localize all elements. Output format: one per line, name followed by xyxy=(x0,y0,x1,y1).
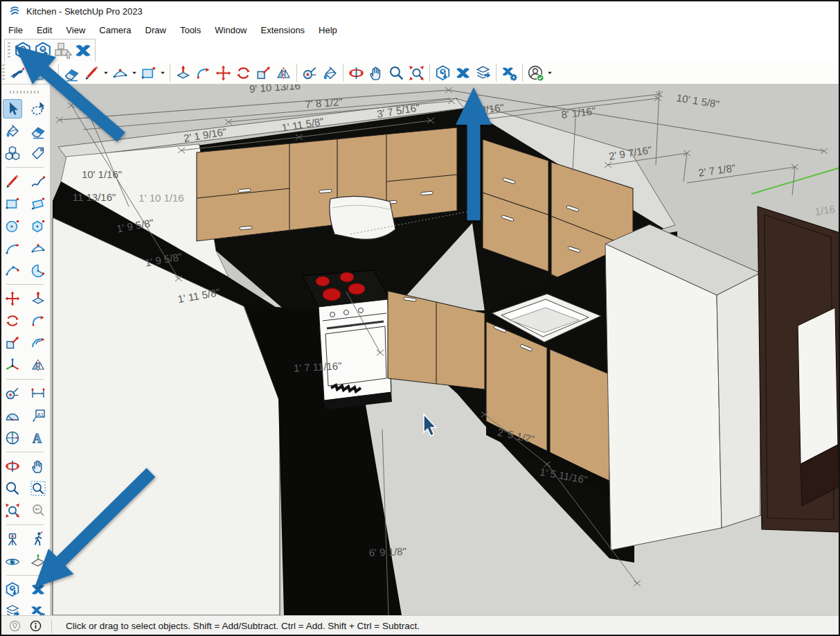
look-around-button[interactable] xyxy=(3,551,22,571)
toolbar-separator xyxy=(496,64,497,82)
select-tool-button[interactable] xyxy=(3,99,22,118)
open-trimble-connect-button[interactable] xyxy=(12,41,33,61)
toolbar-grip[interactable] xyxy=(2,64,5,81)
follow-me-button[interactable] xyxy=(193,63,213,83)
publish-component-button[interactable] xyxy=(53,41,73,61)
trimble-connect-settings-button[interactable] xyxy=(499,63,519,83)
chevron-down-icon[interactable] xyxy=(159,63,167,83)
viewport-3d[interactable]: 9' 10 13/16" 7' 8 1/2" 3' 7 5/16" 1' 11 … xyxy=(51,85,839,615)
menu-view[interactable]: View xyxy=(59,24,92,37)
open-trimble-connect-button[interactable] xyxy=(3,580,22,599)
position-camera-button[interactable] xyxy=(3,529,22,549)
zoom-window-button[interactable] xyxy=(28,479,48,498)
flip-button[interactable] xyxy=(28,355,48,375)
orbit-button[interactable] xyxy=(3,457,22,476)
zoom-button[interactable] xyxy=(386,63,406,83)
arc-tool-button[interactable] xyxy=(3,238,22,258)
toolbar-grip[interactable] xyxy=(8,42,10,59)
push-pull-button[interactable] xyxy=(28,289,48,308)
extension-tool-button[interactable] xyxy=(7,63,27,83)
zoom-previous-button[interactable] xyxy=(28,501,48,520)
status-bar: Click or drag to select objects. Shift =… xyxy=(0,615,840,636)
zoom-button[interactable] xyxy=(3,479,22,498)
freehand-tool-button[interactable] xyxy=(28,172,48,191)
orbit-button[interactable] xyxy=(346,63,366,83)
toolbar-separator xyxy=(296,64,297,82)
tape-measure-button[interactable] xyxy=(300,63,320,83)
rotate-button[interactable] xyxy=(233,63,253,83)
open-trimble-connect-button[interactable] xyxy=(433,63,453,83)
toolbar-grip[interactable] xyxy=(10,91,40,94)
trimble-connect-button[interactable] xyxy=(73,41,93,61)
publish-collaboration-button[interactable] xyxy=(473,63,493,83)
two-point-arc-button[interactable] xyxy=(28,238,48,258)
menu-draw[interactable]: Draw xyxy=(138,24,173,37)
palette-separator xyxy=(6,575,44,576)
rectangle-tool-button[interactable] xyxy=(3,194,22,213)
menu-bar: File Edit View Camera Draw Tools Window … xyxy=(0,22,840,38)
lasso-tool-button[interactable] xyxy=(28,99,48,118)
axes-tool-button[interactable] xyxy=(3,428,22,448)
menu-window[interactable]: Window xyxy=(208,24,253,37)
chevron-down-icon[interactable] xyxy=(130,63,138,83)
protractor-button[interactable] xyxy=(3,406,22,425)
chevron-down-icon[interactable] xyxy=(47,63,55,83)
pan-button[interactable] xyxy=(28,457,48,476)
large-tool-set xyxy=(0,85,51,615)
rotate-button[interactable] xyxy=(3,311,22,330)
menu-camera[interactable]: Camera xyxy=(92,24,138,37)
polygon-tool-button[interactable] xyxy=(28,216,48,236)
eraser-button[interactable] xyxy=(62,63,82,83)
menu-help[interactable]: Help xyxy=(312,24,344,37)
account-button[interactable] xyxy=(526,63,546,83)
scale-button[interactable] xyxy=(3,333,22,353)
trimble-connect-button[interactable] xyxy=(28,580,48,599)
palette-separator xyxy=(6,452,44,452)
publish-model-button[interactable] xyxy=(33,41,53,61)
pan-button[interactable] xyxy=(366,63,386,83)
circle-tool-button[interactable] xyxy=(3,216,22,236)
push-pull-button[interactable] xyxy=(173,63,193,83)
make-component-button[interactable] xyxy=(3,143,22,163)
three-point-arc-button[interactable] xyxy=(3,260,22,280)
chevron-down-icon[interactable] xyxy=(102,63,110,83)
tape-measure-button[interactable] xyxy=(3,384,22,403)
eraser-button[interactable] xyxy=(28,121,48,141)
text-tool-button[interactable] xyxy=(28,406,48,425)
line-tool-button[interactable] xyxy=(82,63,102,83)
menu-edit[interactable]: Edit xyxy=(30,24,59,37)
paint-bucket-button[interactable] xyxy=(3,121,22,141)
zoom-extents-button[interactable] xyxy=(3,501,22,520)
dimension-label: 6' 9 1/8" xyxy=(368,545,406,558)
geolocation-icon[interactable] xyxy=(7,619,22,634)
walk-button[interactable] xyxy=(28,529,48,549)
flip-button[interactable] xyxy=(274,63,294,83)
axes-arrows-button[interactable] xyxy=(3,355,22,375)
3d-text-button[interactable] xyxy=(28,428,48,448)
range-hood[interactable] xyxy=(330,196,395,239)
active-tool-button[interactable] xyxy=(27,63,47,83)
menu-extensions[interactable]: Extensions xyxy=(254,24,312,37)
move-button[interactable] xyxy=(213,63,233,83)
model-info-icon[interactable] xyxy=(28,619,43,634)
line-tool-button[interactable] xyxy=(3,172,22,191)
chevron-down-icon[interactable] xyxy=(546,63,554,83)
menu-tools[interactable]: Tools xyxy=(173,24,208,37)
menu-file[interactable]: File xyxy=(1,24,30,37)
section-plane-button[interactable] xyxy=(28,551,48,571)
tag-tool-button[interactable] xyxy=(28,143,48,163)
pie-tool-button[interactable] xyxy=(28,260,48,280)
zoom-extents-button[interactable] xyxy=(406,63,427,83)
scale-button[interactable] xyxy=(253,63,274,83)
dimension-label: 11 13/16" xyxy=(73,191,116,203)
rotated-rectangle-button[interactable] xyxy=(28,194,48,213)
dimension-tool-button[interactable] xyxy=(28,384,48,403)
rectangle-tool-button[interactable] xyxy=(138,63,159,83)
offset-button[interactable] xyxy=(28,333,48,353)
follow-me-button[interactable] xyxy=(28,311,48,330)
arc-tool-button[interactable] xyxy=(110,63,130,83)
trimble-connect-button[interactable] xyxy=(453,63,473,83)
paint-bucket-button[interactable] xyxy=(320,63,340,83)
walnut-cabinet[interactable] xyxy=(758,206,839,532)
move-button[interactable] xyxy=(3,289,22,308)
